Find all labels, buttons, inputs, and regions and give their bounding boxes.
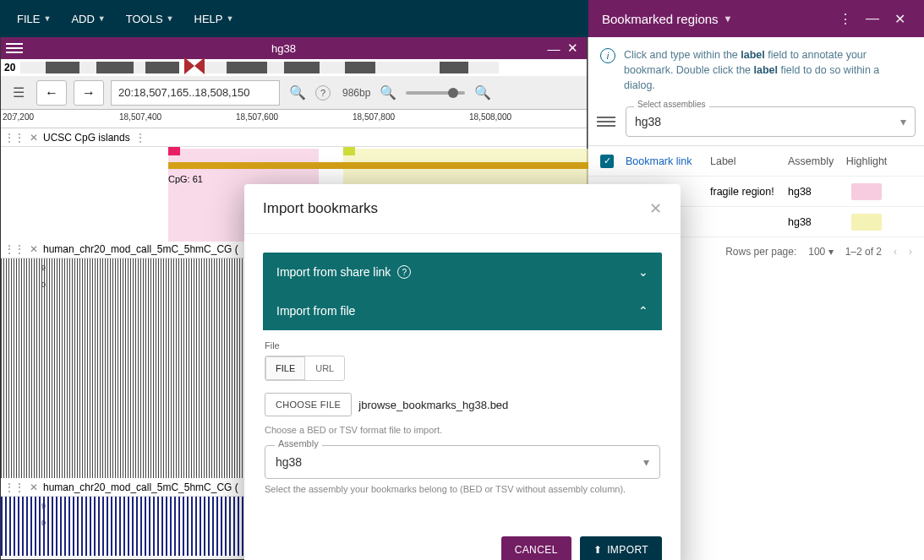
feature-label: CpG: 61 xyxy=(168,174,203,184)
file-hint: Choose a BED or TSV format file to impor… xyxy=(265,425,660,435)
view-header: hg38 — ✕ xyxy=(1,37,587,59)
assembly-select[interactable]: hg38▾ xyxy=(626,106,916,137)
menu-add[interactable]: ADD▼ xyxy=(61,0,115,37)
zoom-slider[interactable] xyxy=(406,91,465,95)
menu-tools[interactable]: TOOLS▼ xyxy=(116,0,184,37)
bookmark-label-cell[interactable]: fragile region! xyxy=(710,186,788,198)
dialog-close-icon[interactable]: ✕ xyxy=(649,199,662,218)
accordion-share-link[interactable]: Import from share link ? ⌄ xyxy=(263,253,662,291)
zoom-in-icon[interactable]: 🔍 xyxy=(472,82,494,104)
view-minimize-icon[interactable]: — xyxy=(544,41,563,56)
nav-row: ☰ ← → 20:18,507,165..18,508,150 🔍 ? 986b… xyxy=(1,76,587,110)
menu-help[interactable]: HELP▼ xyxy=(184,0,244,37)
chosen-filename: jbrowse_bookmarks_hg38.bed xyxy=(358,399,508,411)
svg-marker-3 xyxy=(184,57,194,74)
panel-menu-icon[interactable]: ⋮ xyxy=(834,11,856,27)
track-name: human_chr20_mod_call_5mC_5hmC_CG ( xyxy=(43,481,238,493)
search-icon[interactable]: 🔍 xyxy=(287,82,309,104)
ideogram[interactable]: 20 xyxy=(1,59,587,76)
view-title: hg38 xyxy=(23,42,544,55)
table-header-row: ✓ Bookmark link Label Assembly Highlight xyxy=(588,146,924,177)
chevron-down-icon: ▾ xyxy=(900,115,906,128)
ideogram-marker xyxy=(184,57,205,77)
drag-handle-icon[interactable]: ⋮⋮ xyxy=(4,481,25,493)
tab-file[interactable]: FILE xyxy=(265,356,305,380)
track-menu-icon[interactable]: ⋮ xyxy=(135,132,145,144)
track-header-cpg: ⋮⋮ ✕ UCSC CpG islands ⋮ xyxy=(1,128,587,147)
upload-icon: ⬆ xyxy=(593,544,602,556)
close-track-icon[interactable]: ✕ xyxy=(30,132,38,144)
panel-header: Bookmarked regions ▼ ⋮ — ✕ xyxy=(588,0,924,37)
menu-file[interactable]: FILE▼ xyxy=(7,0,61,37)
drag-handle-icon[interactable]: ⋮⋮ xyxy=(4,132,25,144)
location-input[interactable]: 20:18,507,165..18,508,150 xyxy=(111,80,280,106)
col-link[interactable]: Bookmark link xyxy=(626,155,710,167)
close-track-icon[interactable]: ✕ xyxy=(30,243,38,255)
highlight-swatch[interactable] xyxy=(851,214,882,231)
bookmark-assembly-cell: hg38 xyxy=(788,216,845,228)
chevron-down-icon: ⌄ xyxy=(638,265,648,279)
col-highlight[interactable]: Highlight xyxy=(845,155,888,167)
track-name: human_chr20_mod_call_5mC_5hmC_CG ( xyxy=(43,243,238,255)
view-close-icon[interactable]: ✕ xyxy=(563,41,582,56)
nav-forward-button[interactable]: → xyxy=(74,80,104,106)
zoom-out-icon[interactable]: 🔍 xyxy=(377,82,399,104)
file-label: File xyxy=(265,340,660,351)
import-button[interactable]: ⬆ IMPORT xyxy=(580,536,662,560)
ruler: 20: 7,200 18,507,400 18,507,600 18,507,8… xyxy=(1,110,587,128)
file-source-tabs: FILE URL xyxy=(265,356,345,381)
view-menu-icon[interactable] xyxy=(6,43,23,53)
choose-file-button[interactable]: CHOOSE FILE xyxy=(265,393,352,416)
close-track-icon[interactable]: ✕ xyxy=(30,481,38,493)
info-icon: i xyxy=(600,48,615,63)
assembly-select-label: Select assemblies xyxy=(634,100,709,109)
chevron-down-icon: ▾ xyxy=(643,455,649,469)
panel-minimize-icon[interactable]: — xyxy=(861,11,883,26)
dialog-title: Import bookmarks xyxy=(263,200,378,217)
assembly-select[interactable]: hg38 ▾ xyxy=(265,445,660,479)
span-label: 986bp xyxy=(342,87,370,99)
nav-back-button[interactable]: ← xyxy=(36,80,67,106)
import-bookmarks-dialog: Import bookmarks ✕ Import from share lin… xyxy=(244,184,681,560)
track-name: UCSC CpG islands xyxy=(43,132,130,144)
assembly-hint: Select the assembly your bookmarks belon… xyxy=(265,484,660,494)
col-assembly[interactable]: Assembly xyxy=(788,155,845,167)
drag-handle-icon[interactable]: ⋮⋮ xyxy=(4,243,25,255)
rows-per-page-label: Rows per page: xyxy=(725,246,796,258)
page-prev-icon[interactable]: ‹ xyxy=(894,246,897,258)
rows-per-page-select[interactable]: 100 ▾ xyxy=(808,246,833,258)
svg-marker-4 xyxy=(194,57,205,74)
chevron-up-icon: ⌃ xyxy=(638,304,648,318)
bookmark-assembly-cell: hg38 xyxy=(788,186,845,198)
highlight-swatch[interactable] xyxy=(851,183,882,200)
select-all-checkbox[interactable]: ✓ xyxy=(600,155,614,168)
help-icon[interactable]: ? xyxy=(315,85,331,101)
panel-close-icon[interactable]: ✕ xyxy=(888,11,910,27)
help-icon[interactable]: ? xyxy=(397,265,411,279)
page-range: 1–2 of 2 xyxy=(845,246,882,258)
panel-burger-icon[interactable] xyxy=(597,117,615,127)
cancel-button[interactable]: CANCEL xyxy=(501,536,571,560)
chevron-down-icon[interactable]: ▼ xyxy=(724,14,733,24)
col-label[interactable]: Label xyxy=(710,155,788,167)
panel-title: Bookmarked regions xyxy=(602,12,719,26)
assembly-select-label: Assembly xyxy=(275,438,322,449)
track-selector-icon[interactable]: ☰ xyxy=(8,82,30,104)
tab-url[interactable]: URL xyxy=(305,356,344,380)
page-next-icon[interactable]: › xyxy=(909,246,912,258)
accordion-body-file: File FILE URL CHOOSE FILE jbrowse_bookma… xyxy=(263,330,662,518)
chrom-number: 20 xyxy=(4,62,15,73)
info-banner: i Click and type within the label field … xyxy=(588,37,924,103)
accordion-from-file[interactable]: Import from file ⌃ xyxy=(263,291,662,330)
